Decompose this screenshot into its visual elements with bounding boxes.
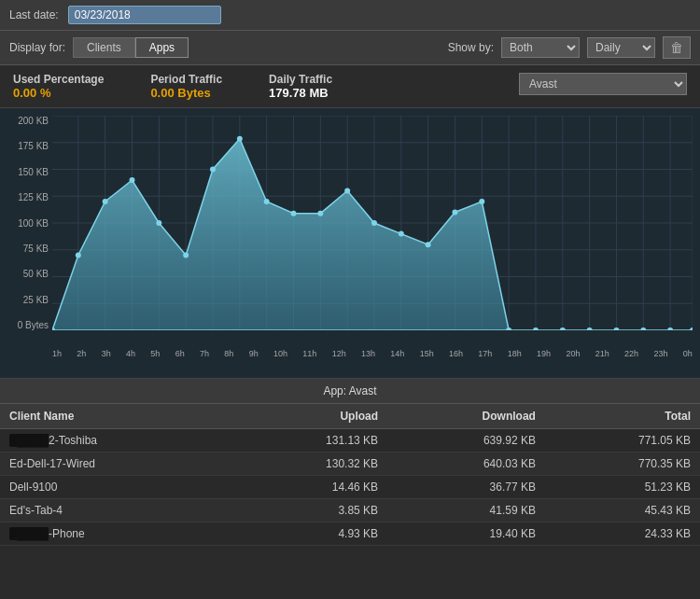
used-percentage-stat: Used Percentage 0.00 % [13,73,104,100]
redacted-text: V████ [9,434,49,447]
x-label-4h: 4h [126,349,135,358]
col-upload: Upload [232,404,387,429]
y-label-7: 25 KB [23,295,49,305]
total-val: 771.05 KB [545,429,700,453]
svg-point-36 [103,199,108,204]
x-label-20h: 20h [566,349,580,358]
svg-point-50 [479,199,484,204]
table-row: Dell-9100 14.46 KB 36.77 KB 51.23 KB [0,476,700,499]
total-val: 24.33 KB [545,522,700,546]
period-traffic-label: Period Traffic [150,73,222,86]
x-label-19h: 19h [537,349,551,358]
y-label-8: 0 Bytes [18,320,49,330]
x-axis: 1h 2h 3h 4h 5h 6h 7h 8h 9h 10h 11h 12h 1… [52,349,693,358]
client-name: Ed-Dell-17-Wired [0,453,232,476]
y-label-0: 200 KB [18,116,49,126]
x-label-17h: 17h [478,349,492,358]
display-for-label: Display for: [9,41,65,54]
used-pct-label: Used Percentage [13,73,104,86]
client-name: V████2-Toshiba [0,429,232,453]
x-label-12h: 12h [332,349,346,358]
last-date-input[interactable] [68,6,221,24]
daily-traffic-stat: Daily Traffic 179.78 MB [269,73,332,100]
upload-val: 4.93 KB [232,522,387,546]
trash-button[interactable]: 🗑 [663,36,691,59]
bottom-table: App: Avast Client Name Upload Download T… [0,379,700,546]
svg-point-38 [156,220,161,226]
download-val: 639.92 KB [387,429,545,453]
x-label-5h: 5h [150,349,160,358]
svg-point-35 [76,253,81,258]
upload-val: 3.85 KB [232,499,387,522]
svg-point-44 [317,211,323,216]
traffic-table: Client Name Upload Download Total V████2… [0,404,700,546]
x-label-3h: 3h [102,349,111,358]
col-download: Download [387,404,545,429]
x-label-11h: 11h [302,349,316,358]
upload-val: 14.46 KB [232,476,387,499]
download-val: 19.40 KB [387,522,545,546]
download-val: 41.59 KB [387,499,545,522]
chart-svg-container [52,116,693,330]
download-val: 36.77 KB [387,476,545,499]
svg-point-45 [344,188,350,194]
clients-button[interactable]: Clients [73,37,135,58]
table-row: Ed's-Tab-4 3.85 KB 41.59 KB 45.43 KB [0,499,700,522]
svg-point-56 [640,327,646,330]
x-label-21h: 21h [595,349,609,358]
download-val: 640.03 KB [387,453,545,476]
app-select-wrap: Avast [519,73,687,95]
svg-point-48 [426,242,431,247]
stats-bar: Used Percentage 0.00 % Period Traffic 0.… [0,65,700,108]
svg-point-37 [130,177,135,183]
used-pct-value: 0.00 % [13,86,104,100]
chart-container: 200 KB 175 KB 150 KB 125 KB 100 KB 75 KB… [7,116,693,358]
period-traffic-value: 0.00 Bytes [150,86,222,100]
svg-point-52 [533,327,539,330]
chart-area: 200 KB 175 KB 150 KB 125 KB 100 KB 75 KB… [0,108,700,379]
y-label-4: 100 KB [18,218,49,229]
x-label-1h: 1h [52,349,62,358]
x-label-0h: 0h [683,349,693,358]
x-label-10h: 10h [273,349,287,358]
display-toggle: Clients Apps [73,37,189,58]
svg-point-58 [690,327,693,330]
client-name: Dell-9100 [0,476,232,499]
col-total: Total [545,404,700,429]
total-val: 45.43 KB [545,499,700,522]
period-traffic-stat: Period Traffic 0.00 Bytes [150,73,222,100]
client-name: B████-Phone [0,522,232,546]
svg-point-47 [399,231,404,237]
y-label-6: 50 KB [23,269,49,279]
y-label-2: 150 KB [18,167,49,177]
redacted-text: B████ [9,527,49,540]
x-label-9h: 9h [249,349,259,358]
period-select[interactable]: Daily Weekly Monthly [587,37,655,58]
x-label-16h: 16h [449,349,463,358]
y-label-1: 175 KB [18,141,49,151]
svg-point-46 [371,220,377,226]
controls-bar: Display for: Clients Apps Show by: Both … [0,31,700,65]
app-select[interactable]: Avast [519,73,687,95]
x-label-15h: 15h [420,349,434,358]
client-name: Ed's-Tab-4 [0,499,232,522]
daily-traffic-value: 179.78 MB [269,86,332,100]
apps-button[interactable]: Apps [135,37,189,58]
x-label-23h: 23h [653,349,667,358]
svg-point-42 [264,199,270,204]
svg-point-53 [560,327,566,330]
svg-point-40 [210,167,216,173]
chart-svg [52,116,693,330]
upload-val: 130.32 KB [232,453,387,476]
table-row: B████-Phone 4.93 KB 19.40 KB 24.33 KB [0,522,700,546]
table-row: V████2-Toshiba 131.13 KB 639.92 KB 771.0… [0,429,700,453]
show-by-select[interactable]: Both Upload Download [501,37,580,58]
upload-val: 131.13 KB [232,429,387,453]
svg-point-55 [613,327,619,330]
x-label-8h: 8h [224,349,233,358]
x-label-6h: 6h [175,349,185,358]
svg-point-54 [587,327,593,330]
last-date-label: Last date: [9,8,59,21]
y-label-3: 125 KB [18,192,49,202]
table-row: Ed-Dell-17-Wired 130.32 KB 640.03 KB 770… [0,453,700,476]
